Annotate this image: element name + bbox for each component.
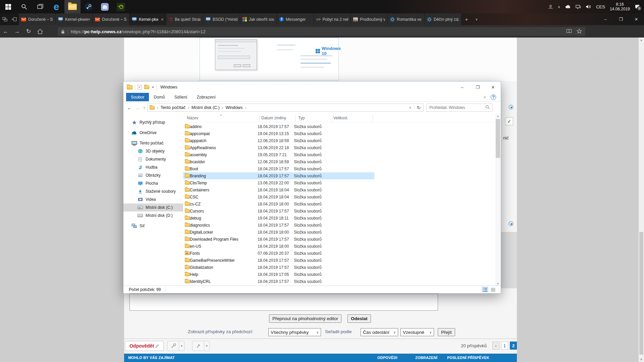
file-row[interactable]: AppReadiness13.06.2019 22:18Složka soubo… (183, 144, 374, 151)
refresh-icon[interactable]: ↻ (414, 105, 423, 110)
sidebar-item-plocha[interactable]: Plocha (123, 179, 183, 187)
go-button[interactable]: Přejít (438, 328, 455, 336)
browser-tab[interactable]: CZC.czBe quiet! Straigh (166, 13, 203, 25)
favorite-star-icon[interactable] (577, 28, 582, 35)
forward-button[interactable]: → (11, 25, 23, 38)
browser-tab[interactable]: fMessenger (277, 13, 314, 25)
file-row[interactable]: IdentityCRL18.04.2019 17:57Složka soubor… (183, 278, 374, 285)
switch-editor-button[interactable]: Přepnout na plnohodnotný editor (269, 314, 341, 323)
new-folder-icon[interactable] (144, 85, 149, 89)
pagination-page-1[interactable]: 1 (501, 342, 508, 350)
taskbar-app-search[interactable] (16, 0, 32, 13)
back-button[interactable]: ← (0, 25, 11, 38)
file-row[interactable]: apppatch12.06.2019 18:59Složka souborů (183, 137, 374, 144)
column-resize-handle[interactable] (259, 115, 260, 121)
browser-scrollbar[interactable]: ▲ ▼ (639, 38, 644, 362)
set-tabs-aside-icon[interactable] (9, 13, 19, 25)
address-bar[interactable]: https://pc-help.cnews.cz/viewtopic.php?f… (58, 27, 585, 36)
breadcrumb-segment[interactable]: Windows (225, 105, 243, 110)
breadcrumb-chevron[interactable]: › (185, 106, 192, 110)
sidebar-item-onedrive[interactable]: OneDrive (123, 129, 183, 137)
file-row[interactable]: assembly19.05.2019 7:21Složka souborů (183, 151, 374, 158)
sidebar-item-obr-zky[interactable]: Obrázky (123, 171, 183, 179)
forum-post-screenshot[interactable]: Windows 10 (200, 38, 339, 80)
sidebar-item-3d-objekty[interactable]: 3D objekty (123, 147, 183, 155)
thumbnails-view-button[interactable] (490, 287, 496, 292)
browser-tab[interactable]: Romantika ve m (388, 13, 425, 25)
maximize-button[interactable]: ❐ (613, 13, 629, 25)
post-anchor-icon[interactable] (508, 221, 514, 226)
network-icon[interactable] (576, 4, 581, 9)
attachment-check-button[interactable]: ✓ (505, 117, 513, 125)
column-header-velikost[interactable]: Velikost (333, 116, 347, 120)
file-row[interactable]: CSC18.04.2019 18:04Složka souborů (183, 193, 374, 200)
search-input[interactable]: Prohledat: Windows (426, 104, 493, 112)
column-header-datum-zm-ny[interactable]: Datum změny (261, 116, 286, 120)
sidebar-item-s-[interactable]: Síť (123, 222, 183, 230)
file-row[interactable]: Cursors18.04.2019 17:57Složka souborů (183, 207, 374, 215)
file-row[interactable]: debug19.04.2019 18:11Složka souborů (183, 215, 374, 222)
column-header-n-zev[interactable]: Název (187, 116, 198, 120)
browser-tab[interactable]: Děčín plný zážit (425, 13, 462, 25)
file-row[interactable]: Containers18.04.2019 18:04Složka souborů (183, 186, 374, 193)
sort-by-select[interactable]: Čas odeslání∨ (361, 328, 398, 336)
file-row[interactable]: bcastdvr12.06.2019 18:59Složka souborů (183, 158, 374, 165)
topic-tools-button[interactable]: ▼ (167, 341, 184, 351)
sidebar-item-videa[interactable]: Videa (123, 195, 183, 203)
hub-icon[interactable] (589, 50, 601, 63)
ribbon-tab-domů[interactable]: Domů (149, 93, 169, 101)
browser-tab[interactable]: BSOD (*minidum (203, 13, 240, 25)
quick-reply-textarea[interactable] (129, 294, 438, 311)
breadcrumb-chevron[interactable]: › (243, 106, 249, 110)
clock[interactable]: 8:16 14.06.2019 (610, 2, 630, 11)
taskbar-app-steam[interactable] (80, 0, 97, 13)
tab-preview-icon[interactable] (0, 13, 9, 25)
taskbar-app-task-view[interactable] (32, 0, 48, 13)
minimize-button[interactable]: – (454, 81, 470, 93)
hidden-icons-chevron[interactable]: ∧ (558, 5, 560, 9)
scroll-down-icon[interactable]: ▼ (495, 281, 500, 286)
address-breadcrumb[interactable]: ›Tento počítač›Místní disk (C:)›Windows›… (147, 104, 424, 112)
file-row[interactable]: diagnostics18.04.2019 17:57Složka soubor… (183, 222, 374, 229)
sidebar-item-tento-po-ta-[interactable]: Tento počítač (123, 139, 183, 147)
post-anchor-icon[interactable] (508, 105, 514, 110)
maximize-button[interactable]: ❐ (470, 81, 485, 93)
language-indicator[interactable]: CES (596, 4, 605, 9)
breadcrumb-chevron[interactable]: › (155, 106, 161, 110)
refresh-button[interactable]: ↻ (23, 25, 34, 38)
minimize-button[interactable]: – (598, 13, 613, 25)
pagination-prev-button[interactable]: ‹ (492, 342, 499, 350)
ribbon-tab-soubor[interactable]: Soubor (126, 93, 149, 101)
more-menu-icon[interactable]: ⋯ (630, 50, 642, 63)
share-icon[interactable] (615, 50, 628, 63)
file-row[interactable]: Downloaded Program Files18.04.2019 17:57… (183, 236, 374, 243)
tab-list-chevron[interactable]: ∨ (472, 13, 482, 25)
column-resize-handle[interactable] (373, 115, 373, 121)
file-row[interactable]: Help18.04.2019 17:05Složka souborů (183, 271, 374, 278)
people-icon[interactable] (548, 4, 553, 9)
help-icon[interactable]: ? (491, 95, 496, 100)
browser-tab[interactable]: BPPobyt na 2 nebo (314, 13, 351, 25)
expand-ribbon-icon[interactable]: ∨ (484, 95, 486, 99)
close-button[interactable]: ✕ (485, 81, 501, 93)
reply-button[interactable]: Odpovědět (125, 341, 164, 351)
sidebar-item-hudba[interactable]: Hudba (123, 163, 183, 171)
period-select[interactable]: Všechny příspěvky∨ (268, 328, 321, 336)
home-button[interactable] (34, 25, 46, 38)
web-note-pen-icon[interactable] (602, 50, 614, 63)
ribbon-tab-zobrazení[interactable]: Zobrazení (192, 93, 220, 101)
file-row[interactable]: cs-CZ18.04.2019 18:00Složka souborů (183, 200, 374, 207)
recent-locations-icon[interactable]: ∨ (142, 106, 147, 109)
file-row[interactable]: GameBarPresenceWriter18.04.2019 17:57Slo… (183, 257, 374, 264)
sidebar-item-m-stn-disk-d-[interactable]: Místní disk (D:) (123, 212, 183, 220)
breadcrumb-chevron[interactable]: › (220, 106, 226, 110)
browser-tab[interactable]: Doručené – Sezn (19, 13, 56, 25)
file-row[interactable]: Globalization18.04.2019 17:57Složka soub… (183, 264, 374, 271)
taskbar-app-file-explorer[interactable] (64, 0, 80, 13)
address-dropdown-icon[interactable]: ∨ (407, 106, 415, 109)
back-button[interactable]: ← (125, 105, 133, 111)
taskbar-app-start[interactable] (0, 0, 16, 13)
file-row[interactable]: Boot18.04.2019 17:57Složka souborů (183, 165, 374, 172)
breadcrumb-segment[interactable]: Tento počítač (161, 105, 185, 110)
explorer-scrollbar[interactable]: ▲ ▼ (495, 114, 500, 286)
